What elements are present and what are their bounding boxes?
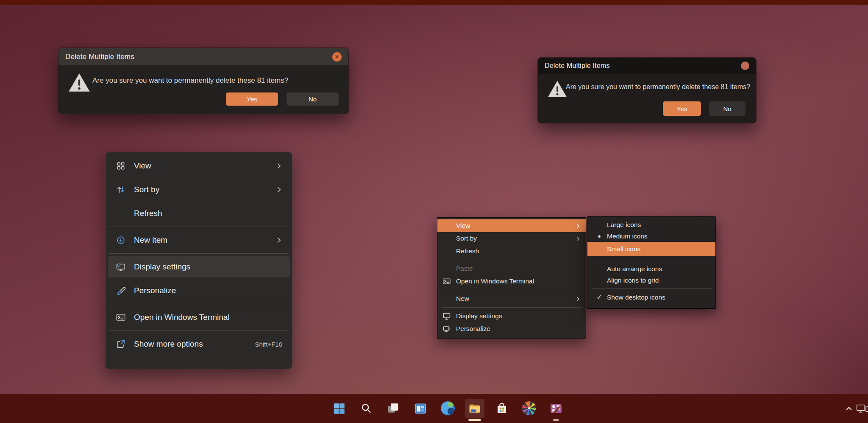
- menu-item-open-windows-terminal[interactable]: Open in Windows Terminal: [108, 307, 290, 328]
- close-icon[interactable]: [741, 62, 749, 70]
- menu-item-label: New: [456, 295, 575, 303]
- menu-item-label: Display settings: [456, 312, 581, 320]
- radio-selected-icon: •: [594, 234, 604, 238]
- classic-item-paste[interactable]: Paste: [437, 262, 586, 275]
- menu-item-label: Medium icons: [607, 233, 648, 240]
- menu-item-label: Paste: [456, 265, 581, 272]
- no-button[interactable]: No: [287, 92, 339, 106]
- menu-item-label: Small icons: [607, 245, 640, 253]
- menu-item-label: View: [456, 222, 575, 230]
- submenu-item-align-to-grid[interactable]: Align icons to grid: [587, 275, 715, 286]
- top-screen-strip: [0, 0, 868, 5]
- menu-item-label: Align icons to grid: [607, 277, 659, 284]
- chevron-right-icon: [275, 162, 282, 169]
- menu-item-label: New item: [134, 235, 275, 245]
- active-app-indicator: [468, 419, 481, 421]
- menu-item-label: Show desktop icons: [607, 294, 665, 301]
- menu-item-display-settings[interactable]: Display settings: [108, 256, 290, 277]
- menu-item-shortcut: Shift+F10: [255, 341, 282, 348]
- warning-icon: [547, 79, 568, 99]
- delete-dialog-left: Delete Multiple Items ✕ Are you sure you…: [58, 48, 349, 114]
- delete-dialog-right: Delete Multiple Items Are you sure you w…: [537, 57, 757, 123]
- system-tray: [842, 394, 868, 423]
- classic-item-sort-by[interactable]: Sort by: [437, 232, 586, 245]
- close-icon[interactable]: ✕: [332, 52, 342, 62]
- show-hidden-icons-button[interactable]: [842, 401, 856, 416]
- menu-item-view[interactable]: View: [108, 155, 290, 176]
- chevron-right-icon: [275, 186, 282, 193]
- widgets-button[interactable]: [411, 399, 430, 418]
- widgets-icon: [414, 402, 427, 415]
- menu-item-new-item[interactable]: New item: [108, 230, 290, 251]
- menu-item-label: Auto arrange icons: [607, 265, 662, 273]
- view-submenu: Large icons • Medium icons Small icons A…: [587, 216, 716, 309]
- plus-circle-icon: [115, 235, 126, 246]
- chevron-up-icon: [845, 404, 853, 413]
- file-explorer-button[interactable]: [465, 399, 484, 418]
- dialog-titlebar: Delete Multiple Items ✕: [58, 48, 348, 65]
- menu-separator: [441, 290, 582, 290]
- color-wheel-icon: [522, 401, 536, 415]
- monitor-icon: [442, 311, 451, 321]
- menu-separator: [108, 253, 289, 254]
- task-view-icon: [387, 402, 400, 415]
- menu-item-personalize[interactable]: Personalize: [108, 280, 290, 301]
- dialog-title: Delete Multiple Items: [545, 62, 741, 70]
- classic-item-open-windows-terminal[interactable]: Open in Windows Terminal: [437, 275, 586, 288]
- submenu-spacer: [587, 256, 715, 263]
- tray-display-button[interactable]: [856, 401, 868, 416]
- submenu-item-show-desktop-icons[interactable]: ✓ Show desktop icons: [587, 291, 715, 303]
- context-menu-classic: View Sort by Refresh Paste Open in Windo…: [437, 217, 586, 339]
- chevron-right-icon: [575, 236, 581, 241]
- menu-item-label: View: [134, 161, 275, 171]
- submenu-item-small-icons[interactable]: Small icons: [587, 242, 715, 256]
- windows-start-icon: [332, 402, 346, 415]
- classic-item-display-settings[interactable]: Display settings: [437, 310, 586, 322]
- menu-item-label: Large icons: [607, 221, 641, 229]
- chevron-right-icon: [575, 223, 581, 229]
- menu-item-show-more-options[interactable]: Show more options Shift+F10: [108, 333, 290, 355]
- menu-item-label: Sort by: [456, 235, 575, 242]
- menu-separator: [108, 227, 289, 227]
- file-explorer-icon: [467, 401, 482, 416]
- photos-app-icon: [549, 402, 563, 415]
- dialog-titlebar: Delete Multiple Items: [538, 58, 756, 74]
- photos-app-button[interactable]: [546, 399, 566, 418]
- classic-item-refresh[interactable]: Refresh: [437, 245, 586, 258]
- menu-separator: [441, 260, 582, 260]
- menu-separator: [591, 289, 712, 289]
- show-more-options-icon: [115, 339, 126, 350]
- task-view-button[interactable]: [384, 399, 403, 418]
- open-app-indicator: [553, 419, 559, 421]
- yes-button[interactable]: Yes: [226, 92, 278, 106]
- view-grid-icon: [115, 160, 126, 171]
- classic-item-personalize[interactable]: Personalize: [437, 322, 586, 335]
- classic-item-view[interactable]: View: [437, 219, 586, 232]
- store-button[interactable]: [492, 399, 512, 418]
- terminal-icon: [442, 277, 451, 286]
- menu-item-label: Sort by: [134, 185, 275, 194]
- menu-item-refresh[interactable]: Refresh: [108, 203, 290, 224]
- menu-item-label: Open in Windows Terminal: [456, 277, 581, 285]
- classic-item-new[interactable]: New: [437, 292, 586, 305]
- search-icon: [360, 402, 373, 415]
- menu-item-sort-by[interactable]: Sort by: [108, 179, 290, 200]
- search-button[interactable]: [356, 399, 376, 418]
- display-settings-icon: [115, 261, 126, 272]
- monitor-personalize-icon: [442, 324, 451, 333]
- color-wheel-app-button[interactable]: [519, 399, 539, 418]
- no-button[interactable]: No: [709, 101, 746, 116]
- display-tray-icon: [856, 402, 868, 415]
- dialog-message: Are you sure you want to permanently del…: [92, 76, 288, 85]
- submenu-item-medium-icons[interactable]: • Medium icons: [587, 230, 715, 242]
- submenu-item-large-icons[interactable]: Large icons: [587, 219, 715, 230]
- yes-button[interactable]: Yes: [663, 101, 701, 116]
- menu-item-label: Show more options: [134, 339, 255, 349]
- edge-browser-button[interactable]: [438, 399, 457, 418]
- menu-item-label: Open in Windows Terminal: [134, 313, 282, 322]
- sort-arrows-icon: [115, 184, 126, 195]
- menu-item-label: Personalize: [134, 286, 282, 295]
- menu-separator: [108, 304, 289, 304]
- start-button[interactable]: [329, 399, 349, 418]
- submenu-item-auto-arrange[interactable]: Auto arrange icons: [587, 263, 715, 275]
